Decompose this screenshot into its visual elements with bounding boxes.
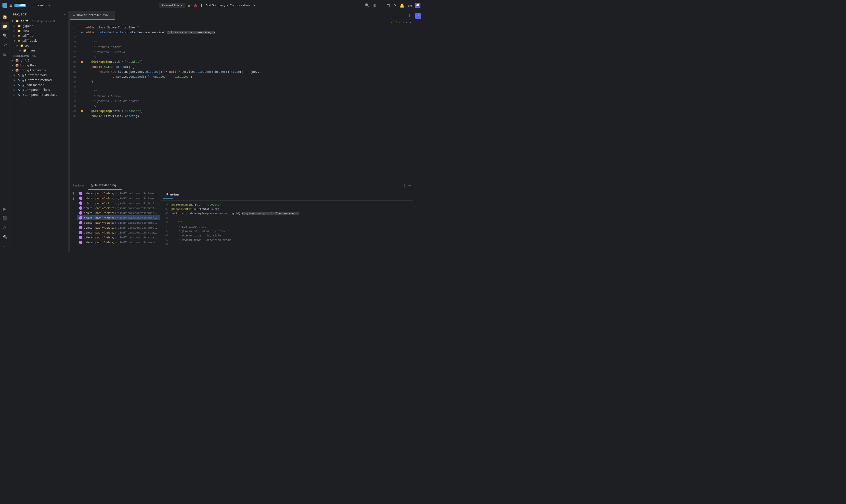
warning-badge: ⚠ 15: [391, 21, 397, 24]
tree-arrow: ▶: [19, 49, 22, 52]
folder-icon: 📁: [17, 29, 21, 33]
tree-arrow: ▶: [13, 24, 16, 28]
tree-arrow: ▶: [11, 59, 14, 62]
bean-icon: 🔧: [17, 83, 21, 87]
activity-files[interactable]: 📁: [1, 22, 9, 30]
preview-content: * @param id - id of log element: [171, 229, 410, 234]
settings-button[interactable]: ⚙: [373, 3, 376, 8]
preview-label: Preview: [166, 193, 179, 196]
bean-icon: 🔧: [17, 88, 21, 92]
activity-issues[interactable]: ⚠: [1, 223, 9, 231]
list-item[interactable]: delete() path=/delete; org.isdiff.back.c…: [77, 201, 160, 205]
panel-tab-delete-mapping[interactable]: @DeleteMapping ✕: [88, 181, 122, 190]
tree-item-main[interactable]: ▶ 📁 main: [10, 48, 68, 53]
tree-item-src[interactable]: ▶ 📁 src: [10, 43, 68, 48]
tree-item-component-class[interactable]: ▶ 🔧 @Component class: [10, 88, 68, 92]
list-item[interactable]: delete() path=/delete; org.isdiff.back.c…: [77, 205, 160, 211]
maximize-button[interactable]: □: [386, 3, 390, 7]
expand-btn[interactable]: ▼: [409, 21, 411, 24]
panel-minimize-icon[interactable]: —: [408, 184, 411, 187]
tree-arrow: ▼: [11, 19, 14, 23]
tree-item-autowired-method[interactable]: ▶ 🔧 @Autowired method: [10, 78, 68, 83]
hamburger-button[interactable]: ☰: [9, 3, 13, 7]
line-content: * @return - status: [84, 50, 413, 55]
sync-config[interactable]: Add Sourcesync Configuration... ▾: [205, 4, 256, 7]
panel-tabs: Explorer @DeleteMapping ✕ ⋮ —: [70, 181, 413, 190]
list-item[interactable]: delete() path=/delete; org.isdiff.back.c…: [77, 225, 160, 230]
ai-chat-button[interactable]: ✦: [415, 13, 421, 19]
tree-label: .gigaide: [22, 24, 33, 28]
list-item-selected[interactable]: delete() path=/delete; org.isdiff.back.c…: [77, 215, 160, 220]
run-config-selector[interactable]: Current File ▾: [159, 3, 186, 8]
tree-item-springfw[interactable]: ▼ 📦 Spring Framework: [10, 68, 68, 73]
panel-more-icon[interactable]: ⋮: [403, 184, 406, 187]
activity-run[interactable]: ▶: [1, 205, 9, 213]
tree-label: @Component class: [22, 88, 50, 92]
tree-item-gigaide[interactable]: ▶ 📁 .gigaide: [10, 23, 68, 29]
close-button[interactable]: ✕: [394, 3, 397, 7]
list-item[interactable]: delete() path=/delete; org.isdiff.back.c…: [77, 230, 160, 235]
preview-content: /**: [171, 220, 410, 225]
line-content: @GetMapping(path = "/assets"): [84, 109, 413, 114]
tree-item-springboot[interactable]: ▶ 📦 Spring Boot: [10, 63, 68, 68]
notification-button[interactable]: 🔔: [400, 3, 404, 8]
list-item[interactable]: delete() path=/delete; org.isdiff.back.c…: [77, 196, 160, 201]
minimize-button[interactable]: —: [379, 3, 383, 7]
tree-item-componentscan-class[interactable]: ▶ 🔧 @ComponentScan class: [10, 92, 68, 97]
line-number: 30: [70, 59, 80, 65]
branch-selector[interactable]: ⎇ develop ▾: [31, 4, 50, 7]
code-line-25: 25: [70, 35, 413, 40]
tree-item-isdiff-back[interactable]: ▼ 📦 isdiff-back: [10, 38, 68, 43]
list-item[interactable]: delete() path=/delete; org.isdiff.back.c…: [77, 191, 160, 196]
code-line-40: 40 🔶 @GetMapping(path = "/assets"): [70, 109, 413, 114]
sidebar: Project ▾ ▼ 📁 isdiff C:\workspace\isdiff…: [10, 11, 69, 252]
activity-more[interactable]: ⋯: [1, 242, 9, 250]
tab-broker-controller[interactable]: ☕ BrokerController.java ✕: [70, 11, 115, 20]
chat-icon[interactable]: 💬: [415, 3, 420, 8]
search-button[interactable]: 🔍: [365, 3, 370, 8]
activity-plugins[interactable]: 🔌: [1, 233, 9, 240]
line-content: }: [84, 79, 413, 84]
tree-item-bean-method[interactable]: ▶ 🔧 @Bean method: [10, 83, 68, 88]
delete-mapping-tab-close[interactable]: ✕: [118, 184, 119, 186]
run-config-label: Current File: [162, 4, 179, 7]
activity-search[interactable]: 🔍: [1, 32, 9, 39]
preview-line-43: 43: [163, 216, 410, 220]
code-line-29: 29 */: [70, 55, 413, 59]
preview-line-number: 48: [163, 238, 171, 242]
java-file-icon: ☕: [73, 13, 75, 17]
tree-item-idea[interactable]: ▶ 📁 .idea: [10, 29, 68, 33]
activity-terminal[interactable]: ⬛: [1, 214, 9, 222]
list-item[interactable]: delete() path=/delete; org.isdiff.back.c…: [77, 240, 160, 245]
collapse-all-button[interactable]: ⬇: [72, 197, 75, 201]
tab-close-button[interactable]: ✕: [109, 14, 111, 17]
tree-item-isdiff[interactable]: ▼ 📁 isdiff C:\workspace\isdiff: [10, 19, 68, 23]
module-icon: 📦: [15, 64, 19, 67]
line-marker: 🔶: [80, 109, 84, 114]
activity-structure[interactable]: ⊞: [1, 50, 9, 58]
tab-actions[interactable]: ⋮: [406, 11, 413, 20]
expand-all-button[interactable]: ⬆: [72, 191, 75, 195]
tree-arrow: ▶: [13, 88, 16, 92]
preview-line-number: 43: [163, 216, 171, 220]
list-item[interactable]: delete() path=/delete; org.isdiff.back.c…: [77, 220, 160, 225]
collapse-btn[interactable]: ▲: [406, 21, 408, 24]
activity-home[interactable]: 🏠: [1, 13, 9, 21]
run-config-chevron: ▾: [181, 4, 183, 7]
method-icon: [79, 216, 82, 219]
tree-item-junit5[interactable]: ▶ 📦 JUnit 5: [10, 58, 68, 63]
list-item[interactable]: delete() path=/delete; org.isdiff.back.c…: [77, 211, 160, 215]
panel-tab-explorer[interactable]: Explorer: [70, 181, 88, 190]
debug-button[interactable]: 🐞: [193, 3, 197, 7]
line-content: /**: [84, 40, 413, 45]
more-button[interactable]: ⋮: [200, 4, 203, 7]
list-item[interactable]: delete() path=/delete; org.isdiff.back.c…: [77, 235, 160, 240]
tree-item-isdiff-api[interactable]: ▶ 📦 isdiff-api: [10, 33, 68, 38]
preview-line-number: 44: [163, 220, 171, 225]
tree-item-autowired-field[interactable]: ▶ 🔧 @Autowired field: [10, 73, 68, 78]
code-editor[interactable]: ⚠ 15 ✓ 2 ▲ ▼ 14 public class BrokerContr…: [70, 20, 413, 181]
activity-source-control[interactable]: ⎇: [1, 41, 9, 49]
panel-actions: ⋮ —: [401, 181, 413, 190]
run-button[interactable]: ▶: [188, 3, 191, 8]
preview-line-number: 40: [163, 212, 171, 216]
